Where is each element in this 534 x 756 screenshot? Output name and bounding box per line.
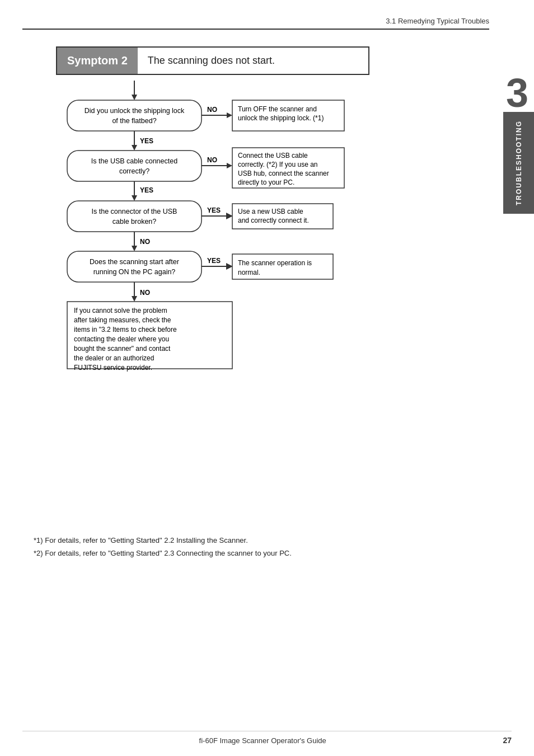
svg-marker-35: [226, 213, 233, 219]
svg-text:normal.: normal.: [238, 269, 260, 276]
section-title: 3.1 Remedying Typical Troubles: [386, 17, 489, 25]
svg-text:Turn OFF the scanner and: Turn OFF the scanner and: [238, 105, 317, 113]
flowchart-svg: Did you unlock the shipping lock of the …: [34, 81, 437, 517]
svg-rect-40: [67, 251, 202, 282]
svg-text:YES: YES: [140, 186, 153, 194]
symptom-label: Symptom 2: [57, 48, 138, 74]
svg-text:Is the connector of the USB: Is the connector of the USB: [92, 208, 177, 215]
svg-text:bought the scanner" and contac: bought the scanner" and contact: [74, 345, 171, 353]
svg-text:YES: YES: [207, 257, 221, 265]
svg-marker-6: [132, 145, 137, 151]
svg-text:items in "3.2 Items to check b: items in "3.2 Items to check before: [74, 326, 177, 334]
svg-text:Does the scanning start after: Does the scanning start after: [90, 258, 179, 266]
footer-page-number: 27: [503, 736, 512, 745]
svg-marker-47: [226, 263, 233, 270]
svg-marker-32: [132, 246, 137, 251]
svg-marker-18: [132, 195, 137, 201]
page-header: 3.1 Remedying Typical Troubles: [22, 17, 489, 30]
footnote-2: *2) For details, refer to "Getting Start…: [34, 547, 523, 560]
svg-text:contacting the dealer where yo: contacting the dealer where you: [74, 335, 169, 343]
svg-text:directly to your PC.: directly to your PC.: [238, 179, 294, 186]
svg-marker-44: [132, 296, 137, 302]
svg-text:NO: NO: [207, 156, 217, 164]
svg-text:running ON the PC again?: running ON the PC again?: [93, 268, 176, 276]
svg-text:YES: YES: [207, 206, 221, 214]
svg-text:NO: NO: [140, 238, 150, 246]
svg-text:unlock the shipping lock. (*1): unlock the shipping lock. (*1): [238, 114, 324, 122]
svg-marker-1: [132, 95, 137, 100]
page: 3.1 Remedying Typical Troubles 3 TROUBLE…: [0, 0, 534, 756]
chapter-tab: TROUBLESHOOTING: [503, 112, 534, 214]
svg-text:Did you unlock the shipping lo: Did you unlock the shipping lock: [85, 107, 185, 115]
svg-text:NO: NO: [140, 289, 150, 297]
svg-rect-14: [67, 151, 202, 181]
svg-text:FUJITSU service provider.: FUJITSU service provider.: [74, 364, 152, 372]
svg-text:the dealer or an authorized: the dealer or an authorized: [74, 354, 154, 362]
svg-text:correctly?: correctly?: [119, 167, 149, 175]
svg-marker-9: [227, 112, 232, 118]
footer-title: fi-60F Image Scanner Operator's Guide: [22, 736, 503, 745]
footnote-1: *1) For details, refer to "Getting Start…: [34, 534, 523, 547]
svg-text:USB hub, connect the scanner: USB hub, connect the scanner: [238, 170, 329, 177]
page-footer: fi-60F Image Scanner Operator's Guide 27: [22, 731, 512, 745]
svg-text:If you cannot solve the proble: If you cannot solve the problem: [74, 307, 167, 314]
svg-text:cable broken?: cable broken?: [113, 218, 157, 226]
svg-marker-21: [227, 163, 232, 168]
chapter-number: 3: [506, 73, 528, 113]
svg-text:Use a new USB cable: Use a new USB cable: [238, 208, 303, 215]
svg-rect-28: [67, 201, 202, 232]
diagram-area: Symptom 2 The scanning does not start. D…: [34, 46, 478, 517]
svg-text:NO: NO: [207, 106, 217, 114]
svg-text:Connect the USB cable: Connect the USB cable: [238, 152, 308, 159]
svg-text:after taking measures, check t: after taking measures, check the: [74, 316, 171, 324]
svg-rect-2: [67, 100, 202, 131]
svg-text:YES: YES: [140, 137, 153, 145]
svg-text:Is the USB cable connected: Is the USB cable connected: [91, 157, 177, 165]
footnotes: *1) For details, refer to "Getting Start…: [34, 534, 523, 560]
svg-text:correctly. (*2) If you use an: correctly. (*2) If you use an: [238, 161, 318, 168]
svg-text:and correctly connect it.: and correctly connect it.: [238, 217, 309, 224]
svg-text:The scanner operation is: The scanner operation is: [238, 259, 312, 267]
symptom-text: The scanning does not start.: [138, 48, 285, 74]
svg-text:of the flatbed?: of the flatbed?: [112, 117, 156, 125]
symptom-box: Symptom 2 The scanning does not start.: [56, 46, 369, 75]
